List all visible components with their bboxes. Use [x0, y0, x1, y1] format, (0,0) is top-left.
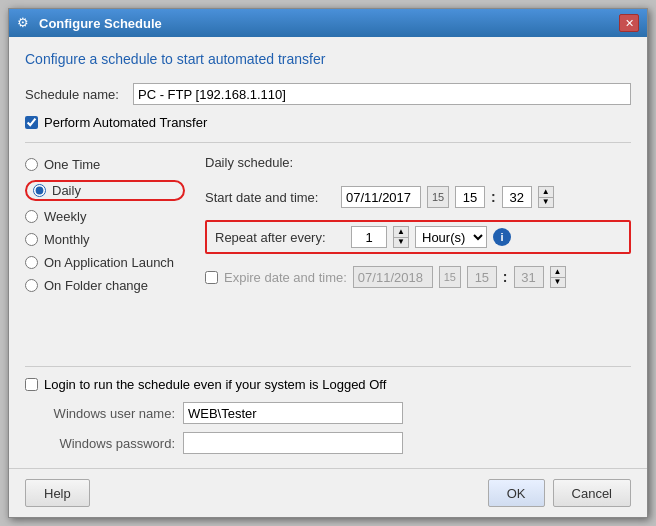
expire-calendar-btn[interactable]: 15	[439, 266, 461, 288]
radio-group: One Time Daily Weekly Mont	[25, 157, 185, 293]
start-time-up-btn[interactable]: ▲	[539, 187, 553, 198]
start-minute-input[interactable]	[502, 186, 532, 208]
radio-daily-input[interactable]	[33, 184, 46, 197]
login-section: Login to run the schedule even if your s…	[25, 366, 631, 454]
schedule-name-input[interactable]	[133, 83, 631, 105]
expire-label-text: Expire date and time:	[224, 270, 347, 285]
radio-app-launch[interactable]: On Application Launch	[25, 255, 185, 270]
configure-schedule-window: ⚙ Configure Schedule ✕ Configure a sched…	[8, 8, 648, 518]
expire-time-up-btn[interactable]: ▲	[551, 267, 565, 278]
repeat-label: Repeat after every:	[215, 230, 345, 245]
repeat-info-btn[interactable]: i	[493, 228, 511, 246]
radio-one-time-input[interactable]	[25, 158, 38, 171]
radio-daily-label: Daily	[52, 183, 81, 198]
radio-app-launch-label: On Application Launch	[44, 255, 174, 270]
start-hour-input[interactable]	[455, 186, 485, 208]
expire-hour-input[interactable]	[467, 266, 497, 288]
repeat-up-btn[interactable]: ▲	[394, 227, 408, 238]
window-body: Configure a schedule to start automated …	[9, 37, 647, 468]
time-separator-1: :	[491, 189, 496, 205]
radio-weekly-input[interactable]	[25, 210, 38, 223]
title-text: Configure Schedule	[39, 16, 162, 31]
left-panel: One Time Daily Weekly Mont	[25, 155, 185, 356]
start-date-label: Start date and time:	[205, 190, 335, 205]
repeat-spinner[interactable]: ▲ ▼	[393, 226, 409, 248]
radio-monthly[interactable]: Monthly	[25, 232, 185, 247]
main-content: One Time Daily Weekly Mont	[25, 155, 631, 356]
radio-weekly[interactable]: Weekly	[25, 209, 185, 224]
radio-one-time[interactable]: One Time	[25, 157, 185, 172]
radio-folder-change-input[interactable]	[25, 279, 38, 292]
login-checkbox-label[interactable]: Login to run the schedule even if your s…	[44, 377, 386, 392]
password-input[interactable]	[183, 432, 403, 454]
repeat-box: Repeat after every: ▲ ▼ Hour(s) Minute(s…	[205, 220, 631, 254]
schedule-name-label: Schedule name:	[25, 87, 125, 102]
expire-date-input[interactable]	[353, 266, 433, 288]
username-label: Windows user name:	[45, 406, 175, 421]
password-row: Windows password:	[45, 432, 631, 454]
schedule-name-row: Schedule name:	[25, 83, 631, 105]
close-button[interactable]: ✕	[619, 14, 639, 32]
start-date-calendar-btn[interactable]: 15	[427, 186, 449, 208]
daily-schedule-title: Daily schedule:	[205, 155, 631, 170]
repeat-unit-select[interactable]: Hour(s) Minute(s) Day(s)	[415, 226, 487, 248]
radio-monthly-label: Monthly	[44, 232, 90, 247]
title-bar-left: ⚙ Configure Schedule	[17, 15, 162, 31]
radio-weekly-label: Weekly	[44, 209, 86, 224]
radio-daily[interactable]: Daily	[25, 180, 185, 201]
expire-checkbox-label[interactable]: Expire date and time:	[205, 270, 347, 285]
repeat-down-btn[interactable]: ▼	[394, 238, 408, 248]
divider-1	[25, 142, 631, 143]
perform-transfer-checkbox[interactable]	[25, 116, 38, 129]
radio-app-launch-input[interactable]	[25, 256, 38, 269]
start-time-down-btn[interactable]: ▼	[539, 198, 553, 208]
start-date-row: Start date and time: 15 : ▲ ▼	[205, 186, 631, 208]
title-bar-buttons: ✕	[619, 14, 639, 32]
username-row: Windows user name:	[45, 402, 631, 424]
footer-right: OK Cancel	[488, 479, 631, 507]
cancel-button[interactable]: Cancel	[553, 479, 631, 507]
start-time-spinner[interactable]: ▲ ▼	[538, 186, 554, 208]
radio-folder-change-label: On Folder change	[44, 278, 148, 293]
radio-folder-change[interactable]: On Folder change	[25, 278, 185, 293]
window-icon: ⚙	[17, 15, 33, 31]
right-panel: Daily schedule: Start date and time: 15 …	[205, 155, 631, 356]
username-input[interactable]	[183, 402, 403, 424]
time-separator-2: :	[503, 269, 508, 285]
expire-row: Expire date and time: 15 : ▲ ▼	[205, 266, 631, 288]
expire-time-down-btn[interactable]: ▼	[551, 278, 565, 288]
password-label: Windows password:	[45, 436, 175, 451]
login-checkbox[interactable]	[25, 378, 38, 391]
perform-transfer-label[interactable]: Perform Automated Transfer	[44, 115, 207, 130]
ok-button[interactable]: OK	[488, 479, 545, 507]
footer: Help OK Cancel	[9, 468, 647, 517]
expire-time-spinner[interactable]: ▲ ▼	[550, 266, 566, 288]
radio-one-time-label: One Time	[44, 157, 100, 172]
login-checkbox-row: Login to run the schedule even if your s…	[25, 377, 631, 392]
login-fields: Windows user name: Windows password:	[25, 402, 631, 454]
expire-checkbox[interactable]	[205, 271, 218, 284]
repeat-value-input[interactable]	[351, 226, 387, 248]
expire-minute-input[interactable]	[514, 266, 544, 288]
radio-monthly-input[interactable]	[25, 233, 38, 246]
help-button[interactable]: Help	[25, 479, 90, 507]
title-bar: ⚙ Configure Schedule ✕	[9, 9, 647, 37]
section-title: Configure a schedule to start automated …	[25, 51, 631, 67]
perform-transfer-row: Perform Automated Transfer	[25, 115, 631, 130]
start-date-input[interactable]	[341, 186, 421, 208]
